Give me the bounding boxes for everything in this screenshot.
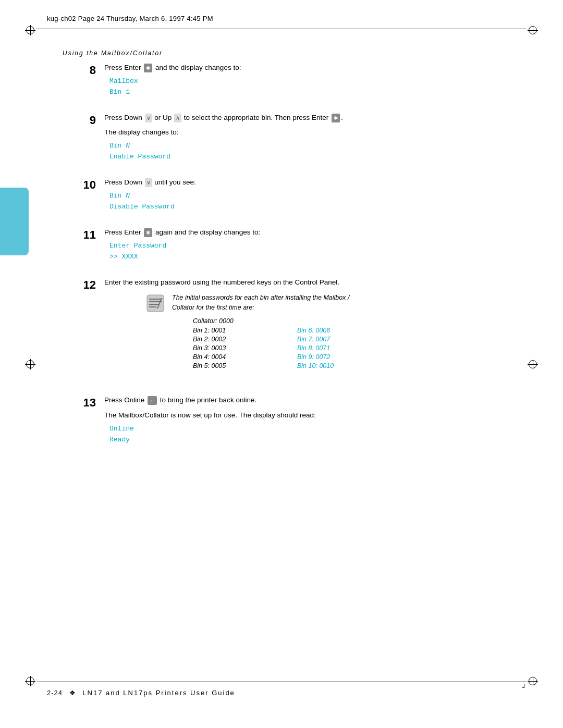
step-8: 8 Press Enter ✱ and the display changes … [63,63,521,98]
step-13-content: Press Online ← to bring the printer back… [104,395,521,445]
step-9-display: Bin NEnable Password [109,141,521,163]
step-13: 13 Press Online ← to bring the printer b… [63,395,521,445]
blue-tab [0,188,29,255]
chapter-subtitle: Using the Mailbox/Collator [63,50,163,57]
footer-diamond: ❖ [69,689,76,697]
note-text-1: The initial passwords for each bin after… [172,293,370,303]
step-11-text: Press Enter ✱ again and the display chan… [104,227,521,238]
enter-key-icon: ✱ [144,64,152,72]
step-number-12: 12 [63,277,104,292]
corner-mark-br: ┘ [522,684,527,690]
pw-row-1: Bin 1: 0001 Bin 6: 0006 [193,327,370,334]
note-text-2: Collator for the first time are: [172,303,370,313]
pw-bin10: Bin 10: 0010 [297,362,370,369]
step-8-text: Press Enter ✱ and the display changes to… [104,63,521,73]
step-10: 10 Press Down ∨ until you see: Bin NDisa… [63,177,521,213]
down-arrow-icon-10: ∨ [145,178,152,187]
online-key-icon: ← [148,396,157,405]
step-12-text: Enter the existing password using the nu… [104,277,521,288]
pw-bin5: Bin 5: 0005 [193,362,266,369]
step-number-9: 9 [63,113,104,127]
reg-mark-mr [528,359,538,369]
pw-row-5: Bin 5: 0005 Bin 10: 0010 [193,362,370,369]
step-number-11: 11 [63,227,104,242]
page: kug-ch02 Page 24 Thursday, March 6, 1997… [0,0,563,728]
collator-pw: Collator: 0000 [193,317,370,325]
main-content: 8 Press Enter ✱ and the display changes … [63,63,521,460]
step-9-text: Press Down ∨ or Up ∧ to select the appro… [104,113,521,123]
note-icon [146,294,165,313]
pw-bin3: Bin 3: 0003 [193,344,266,352]
reg-mark-mc [25,359,35,369]
step-13-subtext: The Mailbox/Collator is now set up for u… [104,410,521,421]
pw-row-4: Bin 4: 0004 Bin 9: 0072 [193,353,370,361]
pw-row-3: Bin 3: 0003 Bin 8: 0071 [193,344,370,352]
step-8-content: Press Enter ✱ and the display changes to… [104,63,521,98]
step-13-text: Press Online ← to bring the printer back… [104,395,521,405]
step-number-10: 10 [63,177,104,192]
svg-rect-0 [147,295,164,312]
step-10-content: Press Down ∨ until you see: Bin NDisable… [104,177,521,213]
pw-bin1: Bin 1: 0001 [193,327,266,334]
pw-row-2: Bin 2: 0002 Bin 7: 0007 [193,336,370,343]
step-9-subtext: The display changes to: [104,127,521,138]
step-11: 11 Press Enter ✱ again and the display c… [63,227,521,263]
password-table: Collator: 0000 Bin 1: 0001 Bin 6: 0006 B… [193,317,370,369]
pw-bin7: Bin 7: 0007 [297,336,370,343]
step-9-content: Press Down ∨ or Up ∧ to select the appro… [104,113,521,163]
step-11-content: Press Enter ✱ again and the display chan… [104,227,521,263]
step-10-text: Press Down ∨ until you see: [104,177,521,188]
page-footer: 2-24 ❖ LN17 and LN17ps Printers User Gui… [47,689,235,697]
step-12: 12 Enter the existing password using the… [63,277,521,381]
step-number-8: 8 [63,63,104,77]
reg-mark-tl [25,25,35,35]
note-content: The initial passwords for each bin after… [172,293,370,372]
step-12-content: Enter the existing password using the nu… [104,277,521,381]
reg-mark-tr [528,25,538,35]
step-9: 9 Press Down ∨ or Up ∧ to select the app… [63,113,521,163]
reg-mark-bl [25,676,35,686]
page-header: kug-ch02 Page 24 Thursday, March 6, 1997… [47,15,213,22]
bottom-border [36,682,527,682]
step-13-display: OnlineReady [109,424,521,446]
up-arrow-icon: ∧ [174,114,181,122]
pw-bin2: Bin 2: 0002 [193,336,266,343]
note-box: The initial passwords for each bin after… [146,293,521,372]
down-arrow-icon: ∨ [145,114,152,122]
step-number-13: 13 [63,395,104,410]
pw-bin9: Bin 9: 0072 [297,353,370,361]
pw-bin6: Bin 6: 0006 [297,327,370,334]
top-border [36,29,527,29]
footer-title: LN17 and LN17ps Printers User Guide [82,689,235,697]
enter-key-icon-9: ✱ [332,114,340,122]
step-11-display: Enter Password>> XXXX [109,241,521,263]
enter-key-icon-11: ✱ [144,228,152,237]
step-8-display: MailboxBin 1 [109,76,521,98]
pw-bin8: Bin 8: 0071 [297,344,370,352]
step-10-display: Bin NDisable Password [109,191,521,213]
footer-page-number: 2-24 [47,689,63,697]
reg-mark-br [528,676,538,686]
pw-bin4: Bin 4: 0004 [193,353,266,361]
